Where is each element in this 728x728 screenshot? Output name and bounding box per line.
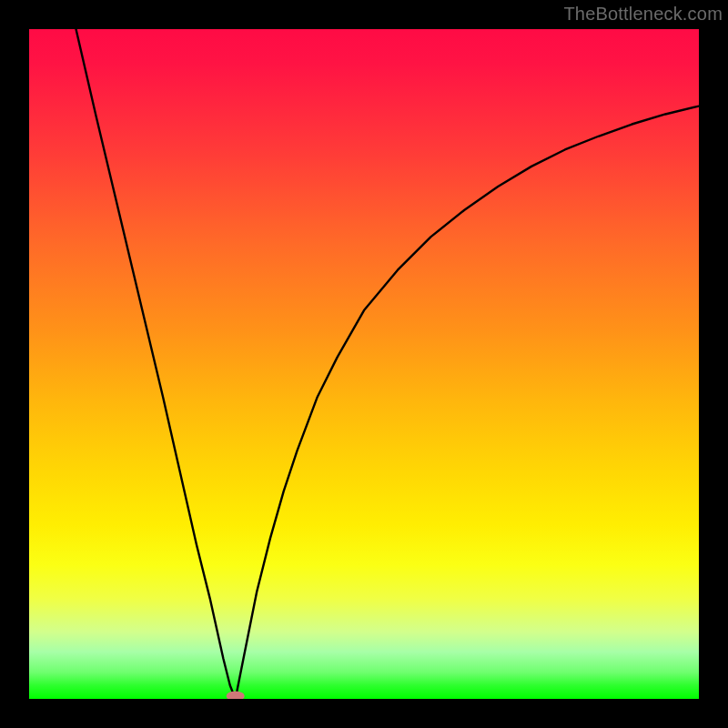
plot-area — [29, 29, 699, 699]
curve-left-branch — [76, 29, 236, 699]
watermark-text: TheBottleneck.com — [563, 4, 723, 25]
minimum-marker — [227, 692, 245, 700]
curve-layer — [29, 29, 699, 699]
curve-right-branch — [236, 106, 699, 699]
chart-frame: TheBottleneck.com — [0, 0, 728, 728]
